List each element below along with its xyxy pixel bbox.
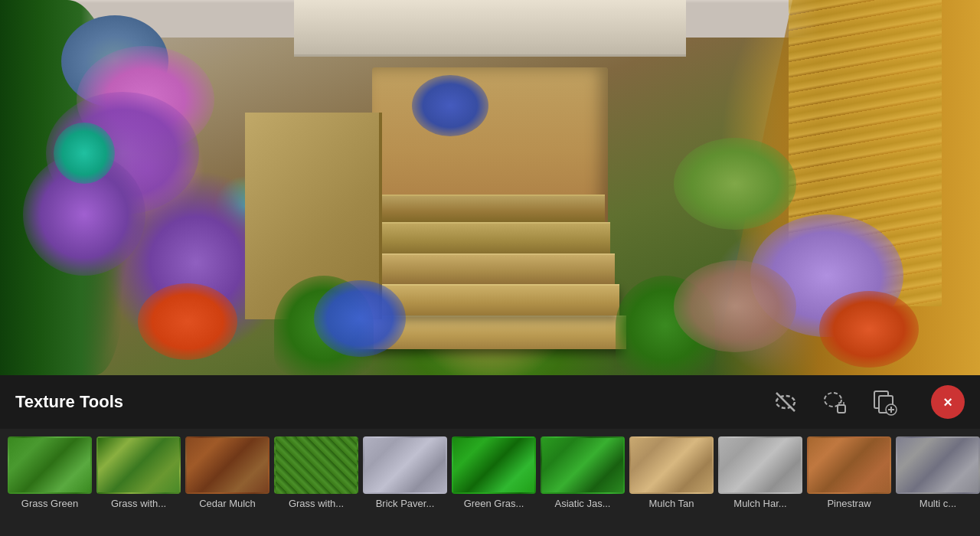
texture-label-multi-c: Multi c...	[896, 498, 980, 509]
texture-thumb-grass-with-2	[274, 436, 358, 494]
copy-add-icon	[870, 388, 897, 416]
texture-thumb-green-grass	[452, 436, 536, 494]
texture-label-cedar-mulch: Cedar Mulch	[185, 498, 270, 509]
textures-row: Grass GreenGrass with...Cedar MulchGrass…	[0, 429, 980, 536]
texture-thumb-grass-with-1	[96, 436, 181, 494]
texture-item-cedar-mulch[interactable]: Cedar Mulch	[185, 436, 270, 509]
texture-item-asiatic-jas[interactable]: Asiatic Jas...	[541, 436, 625, 509]
texture-item-green-grass[interactable]: Green Gras...	[452, 436, 536, 509]
texture-thumb-cedar-mulch	[185, 436, 270, 494]
texture-item-pinestraw[interactable]: Pinestraw	[807, 436, 891, 509]
texture-label-grass-with-2: Grass with...	[274, 498, 358, 509]
lasso-bucket-button[interactable]	[818, 385, 851, 419]
svg-rect-3	[838, 405, 845, 413]
texture-thumb-mulch-tan	[629, 436, 714, 494]
texture-thumb-multi-c	[896, 436, 980, 494]
texture-thumb-pinestraw	[807, 436, 891, 494]
texture-label-grass-with-1: Grass with...	[96, 498, 181, 509]
texture-label-brick-paver: Brick Paver...	[363, 498, 447, 509]
texture-label-asiatic-jas: Asiatic Jas...	[541, 498, 625, 509]
texture-item-grass-with-1[interactable]: Grass with...	[96, 436, 181, 509]
texture-thumb-brick-paver	[363, 436, 447, 494]
svg-line-1	[776, 393, 795, 411]
copy-add-button[interactable]	[867, 385, 900, 419]
texture-item-grass-green[interactable]: Grass Green	[8, 436, 92, 509]
texture-item-grass-with-2[interactable]: Grass with...	[274, 436, 358, 509]
texture-thumb-asiatic-jas	[541, 436, 625, 494]
texture-label-green-grass: Green Gras...	[452, 498, 536, 509]
garden-image	[0, 0, 980, 375]
lasso-bucket-icon	[821, 388, 848, 416]
texture-item-brick-paver[interactable]: Brick Paver...	[363, 436, 447, 509]
texture-item-multi-c[interactable]: Multi c...	[896, 436, 980, 509]
no-lasso-icon	[772, 388, 799, 416]
texture-thumb-grass-green	[8, 436, 92, 494]
texture-label-mulch-har: Mulch Har...	[718, 498, 802, 509]
no-lasso-button[interactable]	[769, 385, 802, 419]
texture-label-mulch-tan: Mulch Tan	[629, 498, 714, 509]
close-button[interactable]: ×	[931, 385, 965, 419]
texture-label-pinestraw: Pinestraw	[807, 498, 891, 509]
toolbar: Texture Tools	[0, 375, 980, 429]
texture-label-grass-green: Grass Green	[8, 498, 92, 509]
toolbar-title: Texture Tools	[15, 392, 168, 412]
texture-item-mulch-har[interactable]: Mulch Har...	[718, 436, 802, 509]
texture-thumb-mulch-har	[718, 436, 802, 494]
texture-item-mulch-tan[interactable]: Mulch Tan	[629, 436, 714, 509]
close-icon: ×	[943, 394, 952, 411]
